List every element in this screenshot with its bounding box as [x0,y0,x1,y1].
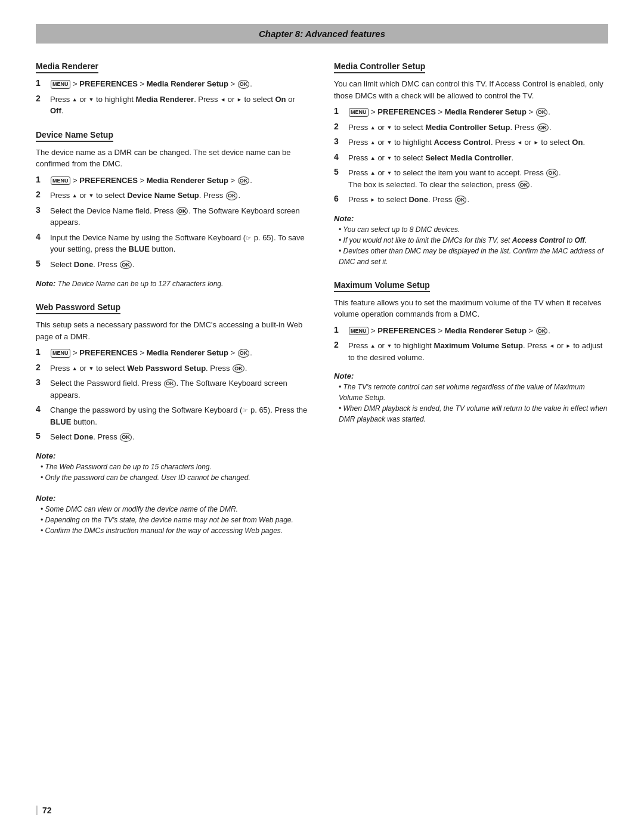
note-list-item: The Web Password can be up to 15 charact… [41,462,310,472]
note-label: Note: [36,451,55,460]
step-content: Press ▲ or ▼ to select the item you want… [348,167,608,190]
arrow-up-icon: ▲ [370,140,376,145]
footer-note-list: Some DMC can view or modify the device n… [41,504,310,536]
menu-icon: MENU [349,108,369,117]
step-number: 5 [334,167,345,176]
step-number: 1 [36,175,47,184]
note-label: Note: [334,214,354,223]
step-number: 4 [36,232,47,241]
arrow-down-icon: ▼ [387,140,392,145]
step-number: 5 [36,431,47,441]
step-item: 3 Press ▲ or ▼ to highlight Access Contr… [334,137,608,148]
step-item: 3 Select the Device Name field. Press OK… [36,205,310,228]
menu-icon: MENU [51,176,70,185]
note-list-item: Depending on the TV's state, the device … [41,515,310,525]
media-renderer-section: Media Renderer 1 MENU > PREFERENCES > Me… [36,61,310,117]
step-number: 2 [334,340,345,349]
step-item: 1 MENU > PREFERENCES > Media Renderer Se… [36,175,310,187]
step-content: Press ▲ or ▼ to highlight Media Renderer… [50,94,310,117]
ok-icon: OK [233,364,244,373]
note-label: Note: [334,371,354,380]
step-number: 2 [36,363,47,372]
web-password-note-list: The Web Password can be up to 15 charact… [41,462,310,483]
step-content: Press ▲ or ▼ to highlight Access Control… [348,137,608,148]
footer-note-label: Note: [36,494,55,503]
ok-icon: OK [177,207,188,216]
page: Chapter 8: Advanced features Media Rende… [0,0,644,833]
arrow-up-icon: ▲ [370,154,376,160]
web-password-intro: This setup sets a necessary password for… [36,319,310,342]
step-number: 1 [334,325,345,335]
menu-icon: MENU [349,327,369,336]
ok-icon: OK [455,196,467,205]
media-controller-title: Media Controller Setup [334,61,425,73]
arrow-down-icon: ▼ [387,124,392,130]
step-item: 2 Press ▲ or ▼ to highlight Maximum Volu… [334,340,608,363]
ok-icon: OK [537,123,549,132]
ok-icon: OK [546,169,558,178]
maximum-volume-note-list: The TV's remote control can set volume r… [339,382,608,425]
step-content: Change the password by using the Softwar… [50,404,310,428]
media-renderer-title: Media Renderer [36,61,98,73]
note-list-item: Devices other than DMC may be displayed … [339,246,608,267]
note-list-item: If you would not like to limit the DMCs … [339,235,608,246]
device-name-title: Device Name Setup [36,130,113,142]
web-password-footer-note: Note: Some DMC can view or modify the de… [36,494,310,536]
media-controller-section: Media Controller Setup You can limit whi… [334,61,608,267]
step-content: MENU > PREFERENCES > Media Renderer Setu… [50,78,310,90]
step-number: 5 [36,259,47,268]
device-name-steps: 1 MENU > PREFERENCES > Media Renderer Se… [36,175,310,271]
step-number: 3 [36,377,47,387]
media-controller-intro: You can limit which DMC can control this… [334,78,608,101]
ok-icon: OK [518,181,530,190]
web-password-note: Note: The Web Password can be up to 15 c… [36,451,310,483]
step-item: 4 Change the password by using the Softw… [36,404,310,428]
arrow-left-icon: ◄ [220,96,225,102]
note-list-item: Some DMC can view or modify the device n… [41,504,310,515]
step-number: 6 [334,194,345,203]
ok-icon: OK [164,379,176,388]
step-item: 1 MENU > PREFERENCES > Media Renderer Se… [334,325,608,337]
step-number: 2 [36,94,47,103]
step-content: Press ▲ or ▼ to select Web Password Setu… [50,363,310,374]
arrow-down-icon: ▼ [387,170,392,176]
step-number: 4 [334,152,345,162]
note-list-item: Only the password can be changed. User I… [41,472,310,483]
step-item: 5 Select Done. Press OK. [36,259,310,271]
step-item: 2 Press ▲ or ▼ to select Device Name Set… [36,190,310,202]
step-item: 1 MENU > PREFERENCES > Media Renderer Se… [36,78,310,90]
note-list-item: Confirm the DMCs instruction manual for … [41,525,310,536]
step-number: 3 [36,205,47,215]
maximum-volume-section: Maximum Volume Setup This feature allows… [334,280,608,425]
menu-icon: MENU [51,80,70,89]
note-list-item: When DMR playback is ended, the TV volum… [339,403,608,425]
step-content: Select the Device Name field. Press OK. … [50,205,310,228]
left-column: Media Renderer 1 MENU > PREFERENCES > Me… [36,61,310,549]
step-content: Press ▲ or ▼ to select Device Name Setup… [50,190,310,202]
step-number: 1 [334,106,345,116]
arrow-down-icon: ▼ [387,154,392,160]
note-list-item: The TV's remote control can set volume r… [339,382,608,403]
web-password-steps: 1 MENU > PREFERENCES > Media Renderer Se… [36,347,310,443]
arrow-up-icon: ▲ [370,170,376,176]
step-item: 2 Press ▲ or ▼ to select Web Password Se… [36,363,310,374]
arrow-down-icon: ▼ [89,193,94,199]
web-password-title: Web Password Setup [36,302,120,314]
ok-icon: OK [120,433,132,442]
ok-icon: OK [238,349,250,358]
media-controller-steps: 1 MENU > PREFERENCES > Media Renderer Se… [334,106,608,206]
arrow-up-icon: ▲ [370,343,376,349]
device-name-intro: The device name as a DMR can be changed.… [36,147,310,170]
step-number: 2 [334,122,345,131]
menu-icon: MENU [51,349,70,358]
step-content: Select the Password field. Press OK. The… [50,377,310,401]
note-label: Note: [36,279,58,288]
device-name-note: Note: The Device Name can be up to 127 c… [36,278,310,289]
step-item: 4 Input the Device Name by using the Sof… [36,232,310,255]
step-item: 5 Select Done. Press OK. [36,431,310,443]
chapter-header: Chapter 8: Advanced features [36,24,608,44]
ok-icon: OK [226,191,238,200]
step-content: MENU > PREFERENCES > Media Renderer Setu… [348,106,608,118]
media-controller-note: Note: You can select up to 8 DMC devices… [334,214,608,267]
page-number: 72 [36,806,52,815]
